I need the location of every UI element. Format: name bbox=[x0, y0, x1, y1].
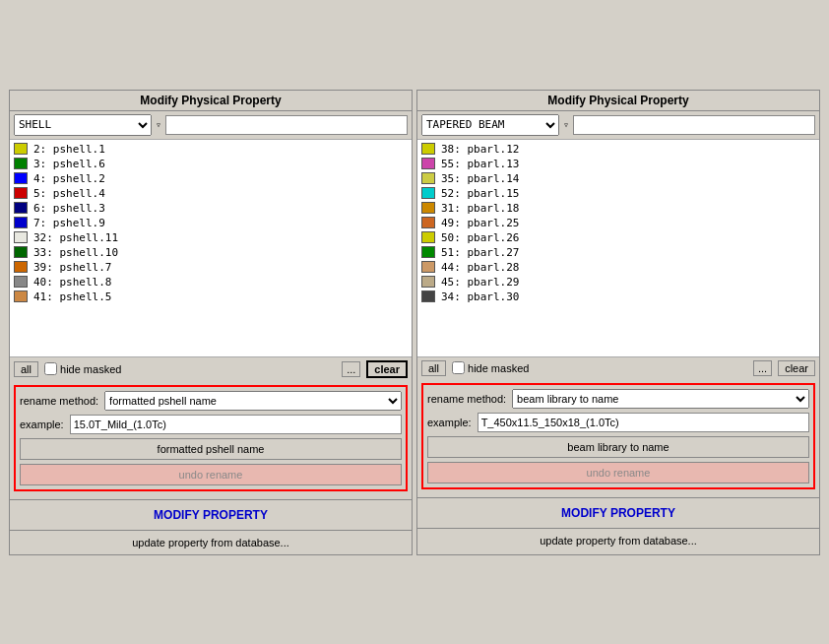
list-item[interactable]: 7: pshell.9 bbox=[14, 216, 408, 230]
list-item[interactable]: 33: pshell.10 bbox=[14, 245, 408, 260]
right-property-list[interactable]: 38: pbarl.1255: pbarl.1335: pbarl.1452: … bbox=[417, 140, 819, 356]
color-swatch bbox=[14, 217, 28, 228]
left-clear-button[interactable]: clear bbox=[366, 360, 408, 378]
right-hide-masked-label: hide masked bbox=[452, 361, 529, 374]
item-label: 32: pshell.11 bbox=[33, 231, 118, 244]
left-panel-bottom: MODIFY PROPERTY update property from dat… bbox=[10, 499, 412, 554]
list-item[interactable]: 39: pshell.7 bbox=[14, 260, 408, 275]
list-item[interactable]: 2: pshell.1 bbox=[14, 142, 408, 157]
item-label: 31: pbarl.18 bbox=[441, 202, 519, 215]
right-example-input[interactable] bbox=[478, 413, 809, 432]
color-swatch bbox=[421, 217, 435, 228]
right-panel-bottom: MODIFY PROPERTY update property from dat… bbox=[417, 497, 819, 552]
left-property-type-select[interactable]: SHELL bbox=[14, 114, 152, 136]
right-undo-rename-button[interactable]: undo rename bbox=[427, 462, 809, 483]
list-item[interactable]: 38: pbarl.12 bbox=[421, 142, 815, 157]
right-filter-icon: ▿ bbox=[563, 119, 569, 130]
left-bottom-row: all hide masked ... clear bbox=[10, 356, 412, 381]
list-item[interactable]: 4: pshell.2 bbox=[14, 171, 408, 186]
left-modify-property-button[interactable]: MODIFY PROPERTY bbox=[10, 500, 412, 531]
list-item[interactable]: 51: pbarl.27 bbox=[421, 245, 815, 260]
list-item[interactable]: 35: pbarl.14 bbox=[421, 171, 815, 186]
left-example-row: example: bbox=[20, 415, 402, 434]
color-swatch bbox=[14, 158, 28, 169]
list-item[interactable]: 45: pbarl.29 bbox=[421, 275, 815, 290]
color-swatch bbox=[421, 158, 435, 169]
list-item[interactable]: 32: pshell.11 bbox=[14, 230, 408, 245]
color-swatch bbox=[14, 143, 28, 155]
list-item[interactable]: 31: pbarl.18 bbox=[421, 201, 815, 216]
item-label: 4: pshell.2 bbox=[33, 172, 105, 185]
right-panel: Modify Physical Property TAPERED BEAM ▿ … bbox=[416, 90, 820, 555]
color-swatch bbox=[421, 231, 435, 243]
right-update-property-button[interactable]: update property from database... bbox=[417, 529, 819, 552]
right-rename-button[interactable]: beam library to name bbox=[427, 436, 809, 458]
left-filter-input[interactable] bbox=[165, 115, 408, 135]
right-example-label: example: bbox=[427, 417, 472, 428]
right-panel-title: Modify Physical Property bbox=[417, 91, 819, 111]
list-item[interactable]: 41: pshell.5 bbox=[14, 290, 408, 304]
list-item[interactable]: 34: pbarl.30 bbox=[421, 290, 815, 304]
item-label: 35: pbarl.14 bbox=[441, 172, 519, 185]
right-example-row: example: bbox=[427, 413, 809, 432]
color-swatch bbox=[14, 172, 28, 184]
item-label: 52: pbarl.15 bbox=[441, 187, 519, 200]
left-panel-title: Modify Physical Property bbox=[10, 91, 412, 111]
right-clear-button[interactable]: clear bbox=[778, 360, 815, 376]
list-item[interactable]: 3: pshell.6 bbox=[14, 157, 408, 171]
color-swatch bbox=[14, 261, 28, 273]
left-update-property-button[interactable]: update property from database... bbox=[10, 531, 412, 554]
left-example-label: example: bbox=[20, 419, 64, 430]
color-swatch bbox=[421, 172, 435, 184]
right-property-type-select[interactable]: TAPERED BEAM bbox=[421, 114, 559, 136]
color-swatch bbox=[14, 187, 28, 199]
left-undo-rename-button[interactable]: undo rename bbox=[20, 464, 402, 485]
left-property-list[interactable]: 2: pshell.13: pshell.64: pshell.25: pshe… bbox=[10, 140, 412, 356]
right-rename-method-label: rename method: bbox=[427, 393, 506, 405]
left-panel: Modify Physical Property SHELL ▿ 2: pshe… bbox=[9, 90, 413, 555]
right-property-row: TAPERED BEAM ▿ bbox=[417, 111, 819, 140]
left-rename-button[interactable]: formatted pshell name bbox=[20, 438, 402, 460]
color-swatch bbox=[14, 290, 28, 302]
item-label: 51: pbarl.27 bbox=[441, 246, 519, 259]
color-swatch bbox=[421, 187, 435, 199]
left-hide-masked-label: hide masked bbox=[44, 362, 121, 375]
right-all-button[interactable]: all bbox=[421, 360, 446, 376]
list-item[interactable]: 52: pbarl.15 bbox=[421, 186, 815, 201]
left-example-input[interactable] bbox=[70, 415, 402, 434]
left-rename-method-row: rename method: formatted pshell name bea… bbox=[20, 391, 402, 411]
item-label: 3: pshell.6 bbox=[33, 158, 105, 170]
item-label: 49: pbarl.25 bbox=[441, 217, 519, 229]
right-hide-masked-checkbox[interactable] bbox=[452, 361, 465, 374]
color-swatch bbox=[421, 276, 435, 288]
main-container: Modify Physical Property SHELL ▿ 2: pshe… bbox=[5, 86, 824, 559]
right-dots-button[interactable]: ... bbox=[753, 360, 772, 376]
right-bottom-row: all hide masked ... clear bbox=[417, 356, 819, 379]
left-hide-masked-checkbox[interactable] bbox=[44, 362, 57, 375]
color-swatch bbox=[421, 202, 435, 214]
color-swatch bbox=[421, 246, 435, 258]
item-label: 7: pshell.9 bbox=[33, 217, 105, 229]
left-filter-icon: ▿ bbox=[156, 119, 161, 130]
right-modify-property-button[interactable]: MODIFY PROPERTY bbox=[417, 498, 819, 529]
list-item[interactable]: 44: pbarl.28 bbox=[421, 260, 815, 275]
item-label: 50: pbarl.26 bbox=[441, 231, 519, 244]
item-label: 34: pbarl.30 bbox=[441, 290, 519, 303]
list-item[interactable]: 55: pbarl.13 bbox=[421, 157, 815, 171]
left-rename-method-select[interactable]: formatted pshell name beam library to na… bbox=[104, 391, 402, 411]
left-property-row: SHELL ▿ bbox=[10, 111, 412, 140]
item-label: 44: pbarl.28 bbox=[441, 261, 519, 274]
color-swatch bbox=[421, 143, 435, 155]
list-item[interactable]: 49: pbarl.25 bbox=[421, 216, 815, 230]
color-swatch bbox=[14, 202, 28, 214]
right-rename-method-select[interactable]: formatted pshell name beam library to na… bbox=[512, 389, 809, 409]
list-item[interactable]: 6: pshell.3 bbox=[14, 201, 408, 216]
left-dots-button[interactable]: ... bbox=[342, 361, 360, 377]
list-item[interactable]: 40: pshell.8 bbox=[14, 275, 408, 290]
left-all-button[interactable]: all bbox=[14, 361, 38, 377]
right-filter-input[interactable] bbox=[573, 115, 815, 135]
item-label: 6: pshell.3 bbox=[33, 202, 105, 215]
list-item[interactable]: 50: pbarl.26 bbox=[421, 230, 815, 245]
list-item[interactable]: 5: pshell.4 bbox=[14, 186, 408, 201]
right-rename-section: rename method: formatted pshell name bea… bbox=[421, 383, 815, 489]
